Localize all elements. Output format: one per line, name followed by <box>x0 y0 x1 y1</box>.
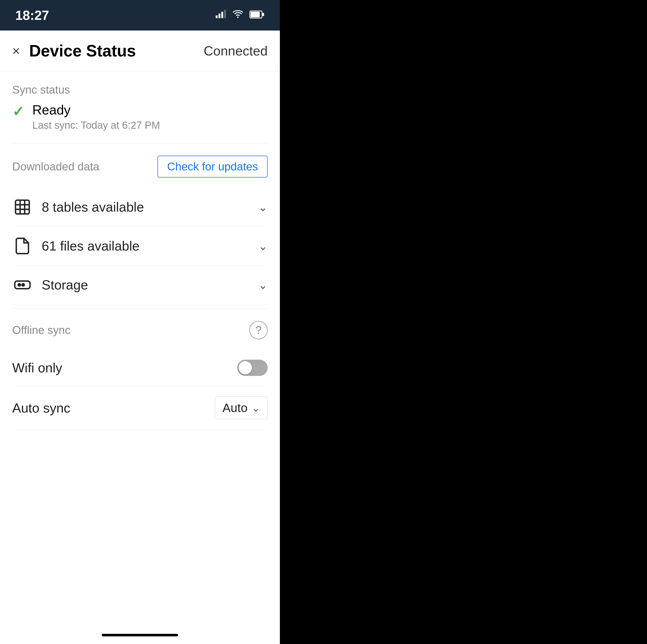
sync-status-row: ✓ Ready Last sync: Today at 6:27 PM <box>12 102 268 143</box>
toggle-thumb <box>239 361 252 375</box>
tables-label: 8 tables available <box>42 199 144 215</box>
sync-ready-text: Ready <box>32 102 160 117</box>
status-time: 18:27 <box>15 8 49 23</box>
auto-sync-chevron-icon: ⌄ <box>251 402 260 414</box>
black-panel <box>280 0 647 644</box>
file-icon <box>12 236 32 256</box>
tables-row-left: 8 tables available <box>12 197 144 217</box>
tables-row[interactable]: 8 tables available ⌄ <box>12 188 268 227</box>
home-indicator <box>102 634 178 636</box>
offline-sync-header: Offline sync ? <box>12 321 268 339</box>
files-row-left: 61 files available <box>12 236 139 256</box>
sync-status-label: Sync status <box>12 83 268 96</box>
ready-check-icon: ✓ <box>12 103 24 120</box>
connection-status: Connected <box>204 43 268 59</box>
wifi-only-toggle[interactable] <box>237 359 268 376</box>
signal-icon <box>215 8 226 22</box>
offline-sync-section: Offline sync ? Wifi only Auto sync Auto … <box>0 309 280 429</box>
offline-sync-label: Offline sync <box>12 324 70 336</box>
check-updates-button[interactable]: Check for updates <box>157 156 268 177</box>
storage-row[interactable]: Storage ⌄ <box>12 265 268 305</box>
header: × Device Status Connected <box>0 30 280 71</box>
svg-point-14 <box>18 284 21 286</box>
auto-sync-label: Auto sync <box>12 400 70 416</box>
svg-rect-0 <box>216 15 218 18</box>
wifi-only-label: Wifi only <box>12 360 62 376</box>
sync-status-section: Sync status ✓ Ready Last sync: Today at … <box>0 71 280 143</box>
content-area: Sync status ✓ Ready Last sync: Today at … <box>0 71 280 644</box>
downloaded-data-label: Downloaded data <box>12 160 99 173</box>
auto-sync-select[interactable]: Auto ⌄ <box>215 397 268 419</box>
storage-row-left: Storage <box>12 275 88 295</box>
help-icon[interactable]: ? <box>249 321 268 339</box>
files-chevron-icon: ⌄ <box>258 240 268 253</box>
svg-rect-3 <box>224 10 226 18</box>
sync-last-time: Last sync: Today at 6:27 PM <box>32 119 160 131</box>
auto-sync-row: Auto sync Auto ⌄ <box>12 386 268 429</box>
storage-icon <box>12 275 32 295</box>
wifi-icon <box>231 8 244 22</box>
storage-chevron-icon: ⌄ <box>258 278 268 292</box>
header-left: × Device Status <box>12 42 136 60</box>
grid-icon <box>12 197 32 217</box>
phone-panel: 18:27 <box>0 0 280 644</box>
svg-rect-7 <box>262 13 264 16</box>
auto-sync-value: Auto <box>222 401 247 415</box>
downloaded-header: Downloaded data Check for updates <box>12 156 268 177</box>
storage-label: Storage <box>42 277 88 293</box>
svg-rect-8 <box>15 200 29 214</box>
downloaded-data-section: Downloaded data Check for updates <box>0 144 280 305</box>
tables-chevron-icon: ⌄ <box>258 201 268 214</box>
close-button[interactable]: × <box>12 44 20 58</box>
svg-rect-1 <box>219 13 220 18</box>
files-row[interactable]: 61 files available ⌄ <box>12 227 268 265</box>
svg-point-15 <box>22 284 24 286</box>
status-bar: 18:27 <box>0 0 280 30</box>
status-icons <box>215 8 265 22</box>
svg-point-4 <box>237 16 239 18</box>
svg-rect-2 <box>221 12 223 18</box>
sync-text-block: Ready Last sync: Today at 6:27 PM <box>32 102 160 131</box>
svg-rect-6 <box>250 12 260 17</box>
files-label: 61 files available <box>42 238 139 254</box>
page-title: Device Status <box>29 42 136 60</box>
wifi-only-row: Wifi only <box>12 349 268 386</box>
battery-icon <box>249 9 265 22</box>
